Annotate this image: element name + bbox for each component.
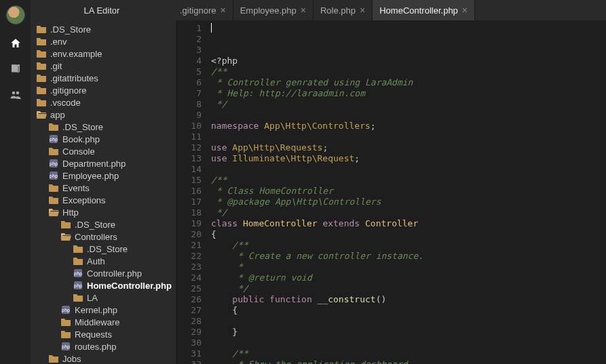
tree-item-department-php[interactable]: phpDepartment.php — [31, 157, 176, 169]
line-number: 6 — [176, 77, 202, 88]
tree-item-middleware[interactable]: Middleware — [31, 316, 176, 328]
users-icon[interactable] — [9, 88, 22, 102]
line-number: 7 — [176, 88, 202, 99]
app-title: LA Editor — [31, 0, 173, 20]
tree-item-jobs[interactable]: Jobs — [31, 352, 176, 364]
tree-item-employee-php[interactable]: phpEmployee.php — [31, 169, 176, 182]
tree-item--git[interactable]: .git — [31, 60, 176, 72]
tab-strip: .gitignore×Employee.php×Role.php×HomeCon… — [173, 0, 475, 20]
tab-homecontroller-php[interactable]: HomeController.php× — [373, 0, 475, 20]
code-line[interactable]: { — [211, 305, 606, 316]
svg-text:php: php — [62, 308, 71, 313]
line-number: 13 — [176, 153, 202, 164]
line-number: 31 — [176, 348, 202, 359]
tab--gitignore[interactable]: .gitignore× — [173, 0, 233, 20]
tree-item--env-example[interactable]: .env.example — [31, 47, 176, 60]
code-line[interactable]: */ — [211, 207, 606, 218]
code-line[interactable]: /** — [211, 240, 606, 251]
code-line[interactable]: * Class HomeController — [211, 186, 606, 197]
line-number: 16 — [176, 186, 202, 197]
code-line[interactable]: * Create a new controller instance. — [211, 251, 606, 262]
tab-role-php[interactable]: Role.php× — [314, 0, 373, 20]
tree-item--ds_store[interactable]: .DS_Store — [31, 23, 176, 35]
tree-item--ds_store[interactable]: .DS_Store — [31, 121, 176, 133]
text-cursor — [211, 23, 212, 33]
avatar[interactable] — [6, 5, 25, 24]
tree-item--ds_store[interactable]: .DS_Store — [31, 218, 176, 230]
tree-item--vscode[interactable]: .vscode — [31, 96, 176, 108]
close-icon[interactable]: × — [220, 5, 225, 15]
tree-item-homecontroller-php[interactable]: phpHomeController.php — [31, 279, 176, 291]
tree-item--gitattributes[interactable]: .gitattributes — [31, 72, 176, 84]
code-line[interactable]: * Help: http://laraadmin.com — [211, 88, 606, 99]
tree-item-label: .DS_Store — [87, 244, 128, 254]
code-line[interactable]: */ — [211, 283, 606, 294]
tree-item-label: routes.php — [75, 342, 116, 352]
line-number: 14 — [176, 164, 202, 175]
home-icon[interactable] — [9, 37, 22, 50]
line-number: 11 — [176, 132, 202, 142]
tree-item-events[interactable]: Events — [31, 182, 176, 194]
close-icon[interactable]: × — [462, 5, 468, 15]
book-icon[interactable] — [9, 62, 22, 76]
code-line[interactable]: use Illuminate\Http\Request; — [211, 153, 606, 164]
code-line[interactable]: */ — [211, 99, 606, 110]
tree-item-auth[interactable]: Auth — [31, 255, 176, 267]
tree-item-requests[interactable]: Requests — [31, 328, 176, 340]
line-number: 12 — [176, 142, 202, 153]
tree-item--env[interactable]: .env — [31, 35, 176, 47]
code-editor[interactable]: 1234567891011121314151617181920212223242… — [176, 20, 606, 364]
tree-item-label: .git — [50, 61, 62, 71]
tree-item-kernel-php[interactable]: phpKernel.php — [31, 304, 176, 316]
svg-text:php: php — [74, 283, 83, 289]
code-line[interactable]: { — [211, 229, 606, 240]
code-line[interactable]: use App\Http\Requests; — [211, 142, 606, 153]
code-line[interactable]: * — [211, 262, 606, 272]
line-number: 5 — [176, 66, 202, 77]
tree-item-http[interactable]: Http — [31, 206, 176, 218]
code-line[interactable] — [211, 338, 606, 348]
tree-item-label: Controllers — [75, 232, 117, 242]
code-line[interactable]: } — [211, 327, 606, 338]
code-line[interactable]: <?php — [211, 56, 606, 66]
code-content[interactable]: <?php/** * Controller genrated using Lar… — [207, 20, 606, 364]
main-area: LA Editor .gitignore×Employee.php×Role.p… — [31, 0, 606, 364]
tree-item--ds_store[interactable]: .DS_Store — [31, 243, 176, 255]
tree-item-label: Http — [62, 207, 79, 218]
line-number: 1 — [176, 23, 202, 34]
tab-employee-php[interactable]: Employee.php× — [233, 0, 314, 20]
code-line[interactable] — [211, 110, 606, 121]
line-number: 17 — [176, 197, 202, 207]
code-line[interactable]: * Show the application dashboard. — [211, 359, 606, 364]
code-line[interactable]: class HomeController extends Controller — [211, 218, 606, 229]
tree-item-routes-php[interactable]: phproutes.php — [31, 340, 176, 352]
code-line[interactable]: * Controller genrated using LaraAdmin — [211, 77, 606, 88]
close-icon[interactable]: × — [301, 5, 306, 15]
tree-item--gitignore[interactable]: .gitignore — [31, 84, 176, 96]
line-number: 19 — [176, 218, 202, 229]
tree-item-label: .DS_Store — [50, 24, 91, 35]
code-line[interactable]: /** — [211, 348, 606, 359]
tree-item-label: Kernel.php — [75, 305, 117, 315]
code-line[interactable]: namespace App\Http\Controllers; — [211, 121, 606, 132]
code-line[interactable]: /** — [211, 175, 606, 186]
code-line[interactable]: public function __construct() — [211, 294, 606, 305]
code-line[interactable]: * @package App\Http\Controllers — [211, 197, 606, 207]
code-line[interactable] — [211, 164, 606, 175]
code-line[interactable] — [211, 132, 606, 142]
tree-item-controllers[interactable]: Controllers — [31, 230, 176, 243]
tree-item-la[interactable]: LA — [31, 291, 176, 304]
tab-label: Employee.php — [240, 5, 297, 16]
tree-item-console[interactable]: Console — [31, 145, 176, 157]
code-line[interactable]: /** — [211, 66, 606, 77]
close-icon[interactable]: × — [360, 5, 365, 15]
code-line[interactable]: * @return void — [211, 272, 606, 283]
tree-item-label: Department.php — [62, 159, 126, 169]
tree-item-app[interactable]: app — [31, 108, 176, 121]
line-number: 28 — [176, 316, 202, 327]
file-tree[interactable]: .DS_Store.env.env.example.git.gitattribu… — [31, 20, 176, 364]
tree-item-controller-php[interactable]: phpController.php — [31, 267, 176, 279]
code-line[interactable] — [211, 316, 606, 327]
tree-item-exceptions[interactable]: Exceptions — [31, 194, 176, 206]
tree-item-book-php[interactable]: phpBook.php — [31, 133, 176, 145]
